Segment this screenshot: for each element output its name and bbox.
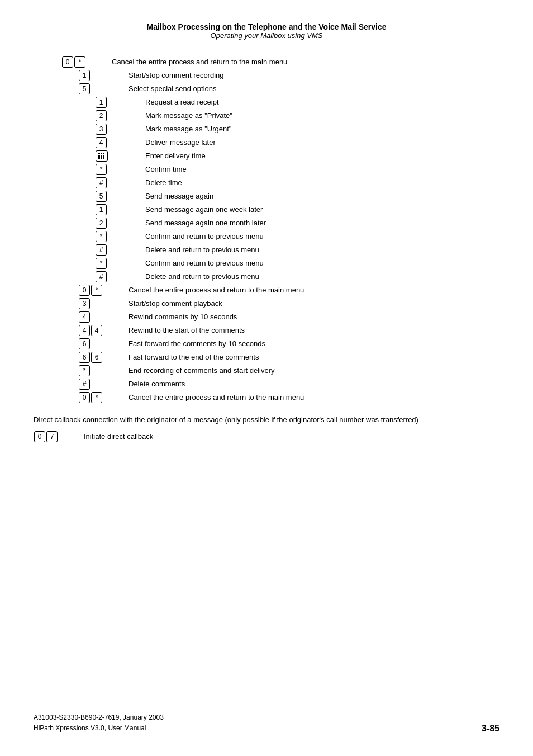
list-item: 1Request a read receipt <box>61 97 499 108</box>
callback-text: Direct callback connection with the orig… <box>34 414 499 426</box>
key: 1 <box>96 97 107 108</box>
svg-rect-4 <box>101 155 102 157</box>
row-description: Delete and return to previous menu <box>140 244 499 256</box>
svg-rect-7 <box>101 157 102 159</box>
keys-col: 66 <box>61 352 123 363</box>
key: 5 <box>96 191 107 202</box>
list-item: #Delete time <box>61 177 499 188</box>
row-description: Mark message as "Urgent" <box>140 124 499 135</box>
key: # <box>96 271 107 282</box>
row-description: Rewind comments by 10 seconds <box>123 311 499 323</box>
svg-rect-5 <box>103 155 104 157</box>
keys-col: 1 <box>61 97 140 108</box>
svg-rect-2 <box>103 153 104 154</box>
footer-line2: HiPath Xpressions V3.0, User Manual <box>34 723 164 734</box>
keys-col: * <box>61 231 140 242</box>
callback-section: Direct callback connection with the orig… <box>34 414 499 442</box>
keys-col: 3 <box>61 298 123 309</box>
row-description: Enter delivery time <box>140 150 499 162</box>
keys-col: 1 <box>61 204 140 215</box>
svg-rect-8 <box>103 157 104 159</box>
list-item: 4Deliver message later <box>61 137 499 148</box>
list-item: 5Send message again <box>61 191 499 202</box>
content-area: 0*Cancel the entire process and return t… <box>61 56 499 403</box>
footer-page: 3-85 <box>482 724 499 734</box>
keys-col: # <box>61 244 140 256</box>
row-description: Fast forward the comments by 10 seconds <box>123 338 499 349</box>
key: 3 <box>79 298 90 309</box>
key: * <box>91 392 102 403</box>
key: 1 <box>96 204 107 215</box>
list-item: 2Mark message as "Private" <box>61 110 499 121</box>
keys-col: 5 <box>61 191 140 202</box>
keys-col: 1 <box>61 70 123 81</box>
key: 0 <box>79 392 90 403</box>
key: * <box>96 164 107 175</box>
list-item: #Delete and return to previous menu <box>61 271 499 282</box>
row-description: Fast forward to the end of the comments <box>123 352 499 363</box>
list-item: 1Send message again one week later <box>61 204 499 215</box>
keys-col <box>61 150 140 162</box>
page-header: Mailbox Processing on the Telephone and … <box>34 22 499 40</box>
list-item: *Confirm time <box>61 164 499 175</box>
list-item: #Delete comments <box>61 379 499 390</box>
svg-rect-0 <box>98 153 100 154</box>
key: 4 <box>79 311 90 323</box>
row-description: Start/stop comment recording <box>123 70 499 81</box>
footer: A31003-S2330-B690-2-7619, January 2003 H… <box>34 712 499 734</box>
key: 1 <box>79 70 90 81</box>
keys-col: 4 <box>61 311 123 323</box>
list-item: 44Rewind to the start of the comments <box>61 325 499 336</box>
list-item: 0*Cancel the entire process and return t… <box>61 56 499 68</box>
row-description: Cancel the entire process and return to … <box>123 285 499 296</box>
key: 5 <box>79 83 90 94</box>
list-item: #Delete and return to previous menu <box>61 244 499 256</box>
svg-rect-6 <box>98 157 100 159</box>
key: 3 <box>96 124 107 135</box>
keys-col: 3 <box>61 124 140 135</box>
keys-col: 44 <box>61 325 123 336</box>
row-description: Start/stop comment playback <box>123 298 499 309</box>
callback-keys: 07 <box>34 431 78 442</box>
keys-col: # <box>61 177 140 188</box>
row-description: Send message again one month later <box>140 218 499 229</box>
list-item: 0*Cancel the entire process and return t… <box>61 392 499 403</box>
row-description: End recording of comments and start deli… <box>123 365 499 376</box>
key: # <box>96 244 107 256</box>
row-description: Delete and return to previous menu <box>140 271 499 282</box>
row-description: Confirm and return to previous menu <box>140 231 499 242</box>
keys-col: 0* <box>61 56 106 68</box>
row-description: Request a read receipt <box>140 97 499 108</box>
list-item: 5Select special send options <box>61 83 499 94</box>
list-item: *Confirm and return to previous menu <box>61 231 499 242</box>
key: # <box>96 177 107 188</box>
row-description: Deliver message later <box>140 137 499 148</box>
key: 6 <box>91 352 102 363</box>
key: 7 <box>46 431 58 442</box>
keys-col: 2 <box>61 218 140 229</box>
keys-col: 2 <box>61 110 140 121</box>
key: 4 <box>91 325 102 336</box>
key: 0 <box>34 431 45 442</box>
key: * <box>79 365 90 376</box>
list-item: 0*Cancel the entire process and return t… <box>61 285 499 296</box>
key: 4 <box>96 137 107 148</box>
list-item: Enter delivery time <box>61 150 499 162</box>
key: 2 <box>96 218 107 229</box>
key: * <box>96 231 107 242</box>
key: 6 <box>79 352 90 363</box>
row-description: Select special send options <box>123 83 499 94</box>
row-description: Delete comments <box>123 379 499 390</box>
key: 0 <box>79 285 90 296</box>
keys-col: 5 <box>61 83 123 94</box>
row-description: Confirm and return to previous menu <box>140 258 499 269</box>
row-description: Cancel the entire process and return to … <box>106 56 499 68</box>
list-item: 3Mark message as "Urgent" <box>61 124 499 135</box>
footer-line1: A31003-S2330-B690-2-7619, January 2003 <box>34 712 164 723</box>
key: * <box>91 285 102 296</box>
key: 4 <box>79 325 90 336</box>
page-title: Mailbox Processing on the Telephone and … <box>34 22 499 31</box>
key: * <box>74 56 85 68</box>
keys-col: 4 <box>61 137 140 148</box>
key: 2 <box>96 110 107 121</box>
